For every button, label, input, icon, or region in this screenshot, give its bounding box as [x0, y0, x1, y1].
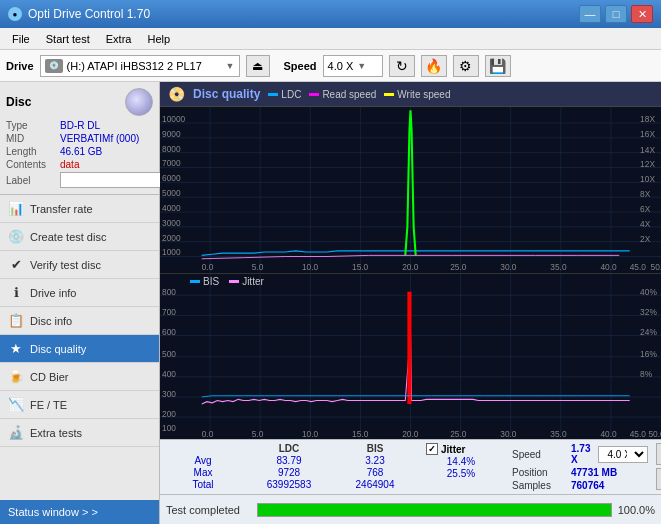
drive-select[interactable]: 💿 (H:) ATAPI iHBS312 2 PL17 ▼	[40, 55, 240, 77]
samples-val: 760764	[571, 480, 604, 491]
bis-header: BIS	[340, 443, 410, 454]
sidebar-item-disc-info[interactable]: 📋 Disc info	[0, 307, 159, 335]
toolbar: Drive 💿 (H:) ATAPI iHBS312 2 PL17 ▼ ⏏ Sp…	[0, 50, 661, 82]
close-button[interactable]: ✕	[631, 5, 653, 23]
transfer-rate-icon: 📊	[8, 201, 24, 217]
verify-test-disc-icon: ✔	[8, 257, 24, 273]
svg-text:50.0 GB: 50.0 GB	[651, 262, 661, 272]
svg-text:50.0 GB: 50.0 GB	[648, 428, 661, 439]
minimize-button[interactable]: —	[579, 5, 601, 23]
cd-bier-icon: 🍺	[8, 369, 24, 385]
mid-value: VERBATIMf (000)	[60, 133, 139, 144]
contents-value: data	[60, 159, 79, 170]
speed-select-control[interactable]: 4.0 X 2.0 X 8.0 X	[598, 446, 648, 463]
svg-text:8%: 8%	[640, 368, 652, 379]
svg-text:24%: 24%	[640, 326, 657, 337]
drive-dropdown-arrow: ▼	[226, 61, 235, 71]
burn-button[interactable]: 🔥	[421, 55, 447, 77]
speed-select[interactable]: 4.0 X ▼	[323, 55, 383, 77]
menu-extra[interactable]: Extra	[98, 31, 140, 47]
samples-key: Samples	[512, 480, 567, 491]
disc-quality-label: Disc quality	[30, 343, 86, 355]
disc-section: Disc Type BD-R DL MID VERBATIMf (000) Le…	[0, 82, 159, 195]
svg-text:25.0: 25.0	[450, 428, 466, 439]
svg-text:14X: 14X	[640, 144, 655, 154]
disc-info-label: Disc info	[30, 315, 72, 327]
svg-text:700: 700	[162, 306, 176, 317]
menu-start-test[interactable]: Start test	[38, 31, 98, 47]
sidebar-item-cd-bier[interactable]: 🍺 CD Bier	[0, 363, 159, 391]
speed-row: Speed 1.73 X 4.0 X 2.0 X 8.0 X	[512, 443, 648, 465]
jitter-avg: 14.4%	[426, 456, 496, 467]
stats-empty-header	[168, 443, 238, 454]
jitter-check-row: ✓ BIS Jitter	[426, 443, 496, 455]
disc-label-row: Label ✎	[6, 172, 153, 188]
sidebar-item-disc-quality[interactable]: ★ Disc quality	[0, 335, 159, 363]
drive-info-label: Drive info	[30, 287, 76, 299]
jitter-max: 25.5%	[426, 468, 496, 479]
create-test-disc-label: Create test disc	[30, 231, 106, 243]
svg-text:3000: 3000	[162, 217, 181, 227]
save-button[interactable]: 💾	[485, 55, 511, 77]
sidebar-item-fe-te[interactable]: 📉 FE / TE	[0, 391, 159, 419]
settings-button[interactable]: ⚙	[453, 55, 479, 77]
jitter-checkbox[interactable]: ✓	[426, 443, 438, 455]
eject-button[interactable]: ⏏	[246, 55, 270, 77]
svg-text:5.0: 5.0	[252, 428, 264, 439]
svg-text:0.0: 0.0	[202, 428, 214, 439]
refresh-button[interactable]: ↻	[389, 55, 415, 77]
progress-bar-inner	[258, 504, 611, 516]
main-layout: Disc Type BD-R DL MID VERBATIMf (000) Le…	[0, 82, 661, 524]
drive-info-icon: ℹ	[8, 285, 24, 301]
disc-title: Disc	[6, 95, 31, 109]
speed-val: 1.73 X	[571, 443, 594, 465]
action-buttons-col: Start full Start part	[656, 443, 661, 490]
maximize-button[interactable]: □	[605, 5, 627, 23]
progress-text: 100.0%	[618, 504, 655, 516]
sidebar-item-drive-info[interactable]: ℹ Drive info	[0, 279, 159, 307]
mid-label: MID	[6, 133, 56, 144]
transfer-rate-label: Transfer rate	[30, 203, 93, 215]
svg-text:500: 500	[162, 348, 176, 359]
ldc-legend-dot	[268, 93, 278, 96]
svg-text:9000: 9000	[162, 128, 181, 138]
app-icon: ●	[8, 7, 22, 21]
jitter-legend-label: Jitter	[242, 276, 264, 287]
window-controls: — □ ✕	[579, 5, 653, 23]
menu-file[interactable]: File	[4, 31, 38, 47]
type-value: BD-R DL	[60, 120, 100, 131]
start-full-button[interactable]: Start full	[656, 443, 661, 465]
progress-container	[257, 503, 612, 517]
svg-text:200: 200	[162, 408, 176, 419]
svg-text:7000: 7000	[162, 158, 181, 168]
content-area: 📀 Disc quality LDC Read speed Write spee…	[160, 82, 661, 524]
legend-ldc: LDC	[268, 89, 301, 100]
chart-header: 📀 Disc quality LDC Read speed Write spee…	[160, 82, 661, 107]
bis-total: 2464904	[340, 479, 410, 490]
svg-text:40.0: 40.0	[600, 428, 616, 439]
sidebar-item-verify-test-disc[interactable]: ✔ Verify test disc	[0, 251, 159, 279]
start-part-button[interactable]: Start part	[656, 468, 661, 490]
position-val: 47731 MB	[571, 467, 617, 478]
svg-text:100: 100	[162, 422, 176, 433]
status-window-button[interactable]: Status window > >	[0, 500, 159, 524]
sidebar-item-transfer-rate[interactable]: 📊 Transfer rate	[0, 195, 159, 223]
write-speed-legend-label: Write speed	[397, 89, 450, 100]
samples-row: Samples 760764	[512, 480, 648, 491]
svg-text:30.0: 30.0	[500, 428, 516, 439]
speed-key: Speed	[512, 449, 567, 460]
max-label: Max	[168, 467, 238, 478]
sidebar-item-create-test-disc[interactable]: 💿 Create test disc	[0, 223, 159, 251]
position-key: Position	[512, 467, 567, 478]
label-label: Label	[6, 175, 56, 186]
extra-tests-label: Extra tests	[30, 427, 82, 439]
upper-chart: 10000 9000 8000 7000 6000 5000 4000 3000…	[160, 107, 661, 274]
svg-text:6X: 6X	[640, 204, 650, 214]
menu-help[interactable]: Help	[139, 31, 178, 47]
bis-avg: 3.23	[340, 455, 410, 466]
svg-text:12X: 12X	[640, 159, 655, 169]
sidebar-item-extra-tests[interactable]: 🔬 Extra tests	[0, 419, 159, 447]
svg-text:800: 800	[162, 286, 176, 297]
lower-chart-svg: 800 700 600 500 400 300 200 100 40% 32% …	[160, 274, 661, 440]
disc-quality-icon: ★	[8, 341, 24, 357]
